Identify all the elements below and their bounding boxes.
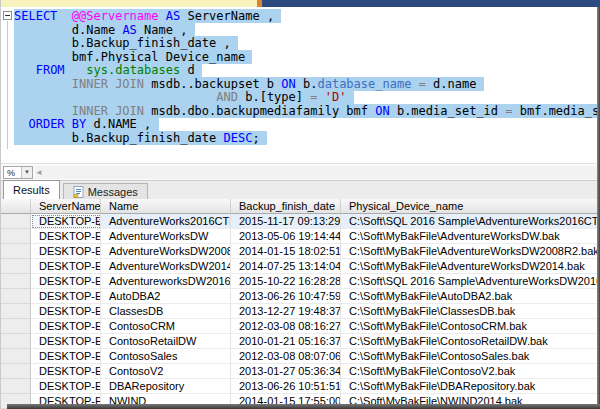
- code-line: FROM sys.databases d: [14, 64, 600, 78]
- grid-cell[interactable]: DESKTOP-E1J6A4F: [31, 304, 101, 319]
- grid-cell[interactable]: 2010-01-21 05:16:37.000: [231, 334, 341, 349]
- grid-cell[interactable]: ClassesDB: [101, 304, 231, 319]
- grid-cell[interactable]: ContosoSales: [101, 349, 231, 364]
- code-line: b.Backup_finish_date DESC;: [14, 132, 600, 146]
- grid-cell[interactable]: AdventureWorks2016CTP3: [101, 214, 231, 229]
- messages-page-icon: [73, 186, 84, 198]
- grid-cell[interactable]: DESKTOP-E1J6A4F: [31, 289, 101, 304]
- table-row: DESKTOP-E1J6A4FAdventureWorksDW2013-05-0…: [1, 229, 600, 244]
- sql-editor[interactable]: SELECT @@Servername AS ServerName , d.Na…: [1, 7, 600, 163]
- grid-cell[interactable]: DESKTOP-E1J6A4F: [31, 334, 101, 349]
- grid-cell[interactable]: 2013-06-26 10:47:59.000: [231, 289, 341, 304]
- grid-cell[interactable]: 2014-01-15 18:02:51.000: [231, 244, 341, 259]
- zoom-percent-combobox[interactable]: % ▼: [3, 166, 33, 179]
- grid-cell[interactable]: 2013-06-26 10:51:51.000: [231, 379, 341, 394]
- table-row: DESKTOP-E1J6A4FAdventureWorksDW20142014-…: [1, 259, 600, 274]
- table-row: DESKTOP-E1J6A4FDBARepository2013-06-26 1…: [1, 379, 600, 394]
- grid-cell[interactable]: 2015-10-22 16:28:28.000: [231, 274, 341, 289]
- grid-cell[interactable]: ContosoRetailDW: [101, 334, 231, 349]
- row-selector-cell[interactable]: [1, 229, 31, 244]
- code-line: SELECT @@Servername AS ServerName ,: [14, 10, 600, 24]
- table-row: DESKTOP-E1J6A4FClassesDB2013-12-27 19:48…: [1, 304, 600, 319]
- grid-cell[interactable]: C:\Soft\MyBakFile\AutoDBA2.bak: [341, 289, 600, 304]
- active-document-tab[interactable]: Query5.sql - DESKTOP-E1J6A4F.master (sa …: [1, 0, 257, 7]
- grid-cell[interactable]: DESKTOP-E1J6A4F: [31, 379, 101, 394]
- code-fold-guide-line: [7, 21, 8, 149]
- grid-cell[interactable]: DESKTOP-E1J6A4F: [31, 244, 101, 259]
- grid-cell[interactable]: C:\Soft\MyBakFile\ContosoV2.bak: [341, 364, 600, 379]
- table-row: DESKTOP-E1J6A4FContosoCRM2012-03-08 08:1…: [1, 319, 600, 334]
- row-selector-cell[interactable]: [1, 334, 31, 349]
- chevron-down-icon[interactable]: ▼: [21, 167, 32, 178]
- row-selector-cell[interactable]: [1, 349, 31, 364]
- grid-cell[interactable]: 2012-03-08 08:16:27.000: [231, 319, 341, 334]
- row-selector-cell[interactable]: [1, 289, 31, 304]
- table-row: DESKTOP-E1J6A4FContosoSales2012-03-08 08…: [1, 349, 600, 364]
- table-row: DESKTOP-E1J6A4FContosoRetailDW2010-01-21…: [1, 334, 600, 349]
- column-header-name[interactable]: Name: [101, 199, 231, 214]
- grid-header-row: ServerName Name Backup_finish_date Physi…: [1, 199, 600, 214]
- grid-cell[interactable]: DESKTOP-E1J6A4F: [31, 214, 101, 229]
- grid-cell[interactable]: C:\Soft\SQL 2016 Sample\AdventureWorks20…: [341, 214, 600, 229]
- grid-cell[interactable]: 2012-03-08 08:07:06.000: [231, 349, 341, 364]
- background-tab-area[interactable]: SQLQuery5.sql - DESKTOP-E1J6A4F.master (…: [262, 0, 600, 7]
- grid-cell[interactable]: 2015-11-17 09:13:29.000: [231, 214, 341, 229]
- grid-cell[interactable]: DBARepository: [101, 379, 231, 394]
- grid-cell[interactable]: 2014-07-25 13:14:04.000: [231, 259, 341, 274]
- grid-cell[interactable]: AdventureworksDW2016CTP3: [101, 274, 231, 289]
- tab-results-label: Results: [13, 184, 50, 196]
- grid-cell[interactable]: AdventureWorksDW2014: [101, 259, 231, 274]
- grid-cell[interactable]: DESKTOP-E1J6A4F: [31, 364, 101, 379]
- code-fold-collapse-icon[interactable]: [3, 11, 12, 20]
- column-header-physical-device-name[interactable]: Physical_Device_name: [341, 199, 600, 214]
- document-tab-strip: Query5.sql - DESKTOP-E1J6A4F.master (sa …: [1, 0, 600, 7]
- tab-results[interactable]: Results: [3, 180, 60, 199]
- grid-cell[interactable]: C:\Soft\MyBakFile\AdventureWorksDW2008R2…: [341, 244, 600, 259]
- grid-cell[interactable]: C:\Soft\SQL 2016 Sample\AdventureWorksDW…: [341, 274, 600, 289]
- grid-cell[interactable]: ContosoCRM: [101, 319, 231, 334]
- grid-cell[interactable]: DESKTOP-E1J6A4F: [31, 259, 101, 274]
- scroll-left-icon[interactable]: ◄: [35, 166, 43, 179]
- row-selector-cell[interactable]: [1, 259, 31, 274]
- grid-cell[interactable]: AdventureWorksDW2008R2: [101, 244, 231, 259]
- grid-cell[interactable]: C:\Soft\MyBakFile\AdventureWorksDW2014.b…: [341, 259, 600, 274]
- zoom-percent-value: %: [7, 168, 15, 178]
- code-line: bmf.Physical_Device_name: [14, 51, 600, 65]
- code-line: INNER JOIN msdb..backupset b ON b.databa…: [14, 78, 600, 92]
- grid-cell[interactable]: AdventureWorksDW: [101, 229, 231, 244]
- table-row: DESKTOP-E1J6A4FAdventureWorks2016CTP3201…: [1, 214, 600, 229]
- row-selector-cell[interactable]: [1, 364, 31, 379]
- grid-cell[interactable]: DESKTOP-E1J6A4F: [31, 274, 101, 289]
- grid-cell[interactable]: C:\Soft\MyBakFile\ContosoCRM.bak: [341, 319, 600, 334]
- row-selector-cell[interactable]: [1, 214, 31, 229]
- sql-code[interactable]: SELECT @@Servername AS ServerName , d.Na…: [14, 10, 600, 145]
- row-selector-cell[interactable]: [1, 319, 31, 334]
- tab-messages[interactable]: Messages: [63, 183, 148, 199]
- row-selector-cell[interactable]: [1, 244, 31, 259]
- code-line: d.Name AS Name ,: [14, 24, 600, 38]
- grid-cell[interactable]: AutoDBA2: [101, 289, 231, 304]
- grid-cell[interactable]: C:\Soft\MyBakFile\AdventureWorksDW.bak: [341, 229, 600, 244]
- ssms-window: Query5.sql - DESKTOP-E1J6A4F.master (sa …: [0, 0, 600, 409]
- row-selector-header[interactable]: [1, 199, 31, 214]
- row-selector-cell[interactable]: [1, 274, 31, 289]
- grid-cell[interactable]: C:\Soft\MyBakFile\DBARepository.bak: [341, 379, 600, 394]
- grid-cell[interactable]: DESKTOP-E1J6A4F: [31, 319, 101, 334]
- grid-cell[interactable]: C:\Soft\MyBakFile\ClassesDB.bak: [341, 304, 600, 319]
- grid-cell[interactable]: ContosoV2: [101, 364, 231, 379]
- grid-cell[interactable]: DESKTOP-E1J6A4F: [31, 229, 101, 244]
- grid-cell[interactable]: 2013-05-06 19:14:44.000: [231, 229, 341, 244]
- grid-cell[interactable]: C:\Soft\MyBakFile\ContosoRetailDW.bak: [341, 334, 600, 349]
- grid-cell[interactable]: C:\Soft\MyBakFile\ContosoSales.bak: [341, 349, 600, 364]
- code-line: b.Backup_finish_date ,: [14, 37, 600, 51]
- code-line: ORDER BY d.NAME ,: [14, 118, 600, 132]
- grid-cell[interactable]: 2013-12-27 19:48:37.000: [231, 304, 341, 319]
- grid-cell[interactable]: 2013-01-27 05:36:34.000: [231, 364, 341, 379]
- horizontal-scrollbar[interactable]: ◄: [35, 166, 599, 179]
- row-selector-cell[interactable]: [1, 379, 31, 394]
- row-selector-cell[interactable]: [1, 304, 31, 319]
- grid-cell[interactable]: DESKTOP-E1J6A4F: [31, 349, 101, 364]
- column-header-backup-finish-date[interactable]: Backup_finish_date: [231, 199, 341, 214]
- column-header-servername[interactable]: ServerName: [31, 199, 101, 214]
- code-line: AND b.[type] = 'D': [14, 91, 600, 105]
